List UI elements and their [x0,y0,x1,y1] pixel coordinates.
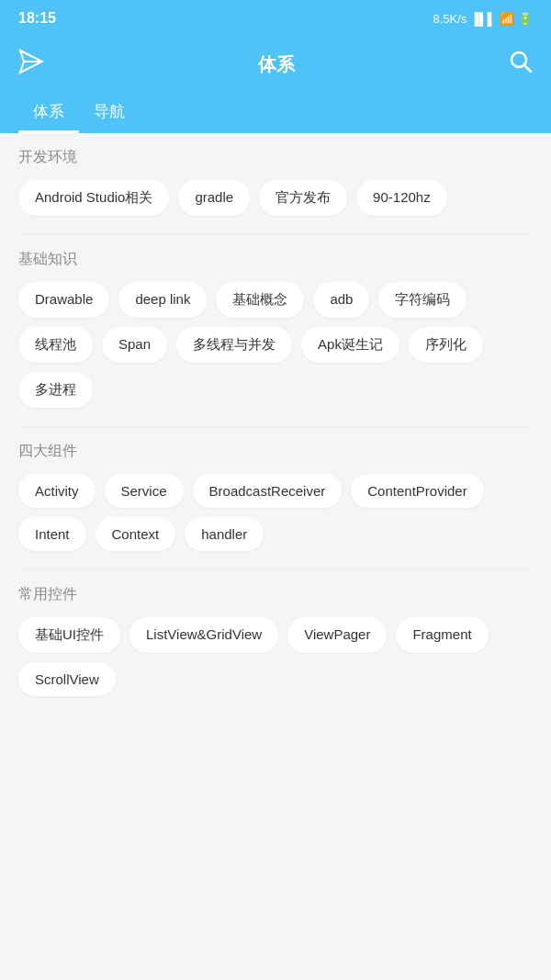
divider-2 [18,426,533,427]
tag-span[interactable]: Span [102,327,167,363]
tag-listview-gridview[interactable]: ListView&GridView [129,617,278,653]
tag-thread-pool[interactable]: 线程池 [18,327,93,363]
tag-gradle[interactable]: gradle [178,180,250,216]
tag-viewpager[interactable]: ViewPager [287,617,387,653]
tag-multi-thread[interactable]: 多线程与并发 [176,327,292,363]
tag-multi-process[interactable]: 多进程 [18,372,93,408]
content-area: 开发环境 Android Studio相关 gradle 官方发布 90-120… [0,133,551,729]
section-basic-knowledge: 基础知识 Drawable deep link 基础概念 adb 字符编码 线程… [18,250,533,408]
svg-line-3 [524,65,531,72]
tag-context[interactable]: Context [96,517,176,551]
tag-handler[interactable]: handler [185,517,264,551]
tag-basic-ui[interactable]: 基础UI控件 [18,617,120,653]
page-title: 体系 [258,52,295,77]
tag-android-studio[interactable]: Android Studio相关 [18,180,169,216]
section-title-controls: 常用控件 [18,585,533,604]
tags-dev-env: Android Studio相关 gradle 官方发布 90-120hz [18,180,533,216]
search-icon[interactable] [509,50,533,79]
status-bar: 18:15 8.5K/s ▐▌▌ 📶 🔋 [0,0,551,37]
tag-apk-birth[interactable]: Apk诞生记 [301,327,399,363]
tag-char-encoding[interactable]: 字符编码 [378,282,467,318]
divider-3 [18,569,533,570]
tab-tixI[interactable]: 体系 [18,92,79,133]
tag-service[interactable]: Service [105,474,184,508]
signal-icon: ▐▌▌ [470,12,496,26]
wifi-icon: 📶 [500,12,514,26]
tags-basic: Drawable deep link 基础概念 adb 字符编码 线程池 Spa… [18,282,533,408]
tags-components: Activity Service BroadcastReceiver Conte… [18,474,533,551]
tag-deep-link[interactable]: deep link [118,282,207,318]
tag-basic-concept[interactable]: 基础概念 [216,282,304,318]
network-speed: 8.5K/s [433,12,467,26]
battery-icon: 🔋 [518,12,533,26]
status-right: 8.5K/s ▐▌▌ 📶 🔋 [433,12,534,26]
tag-activity[interactable]: Activity [18,474,96,508]
tag-content-provider[interactable]: ContentProvider [351,474,483,508]
tag-official-release[interactable]: 官方发布 [259,180,347,216]
tag-intent[interactable]: Intent [18,517,86,551]
status-time: 18:15 [18,10,56,27]
section-four-components: 四大组件 Activity Service BroadcastReceiver … [18,442,533,551]
section-common-controls: 常用控件 基础UI控件 ListView&GridView ViewPager … [18,585,533,696]
divider-1 [18,234,533,235]
top-bar: 体系 [0,37,551,92]
tag-broadcast-receiver[interactable]: BroadcastReceiver [193,474,343,508]
tag-fragment[interactable]: Fragment [396,617,488,653]
section-title-basic: 基础知识 [18,250,533,269]
tab-navigation[interactable]: 导航 [79,92,140,133]
tag-adb[interactable]: adb [313,282,369,318]
tab-bar: 体系 导航 [0,92,551,133]
tag-drawable[interactable]: Drawable [18,282,109,318]
tag-serialize[interactable]: 序列化 [409,327,483,363]
section-dev-env: 开发环境 Android Studio相关 gradle 官方发布 90-120… [18,148,533,216]
send-icon[interactable] [18,49,44,80]
tag-90-120hz[interactable]: 90-120hz [356,180,447,216]
section-title-dev-env: 开发环境 [18,148,533,167]
tag-scrollview[interactable]: ScrollView [18,662,116,696]
section-title-components: 四大组件 [18,442,533,461]
tags-controls: 基础UI控件 ListView&GridView ViewPager Fragm… [18,617,533,696]
